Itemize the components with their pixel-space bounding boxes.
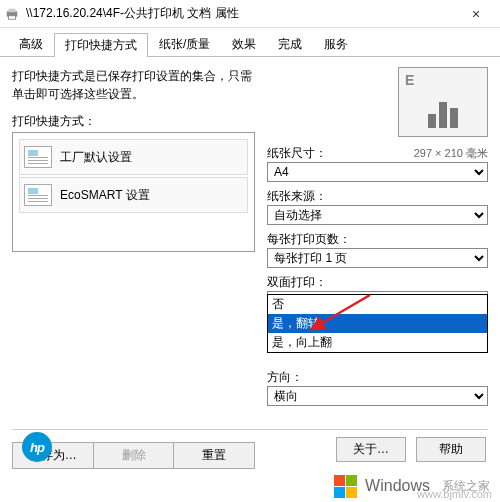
- paper-source-label: 纸张来源：: [267, 188, 488, 205]
- orientation-label: 方向：: [267, 369, 488, 386]
- tab-content: 打印快捷方式是已保存打印设置的集合，只需单击即可选择这些设置。 打印快捷方式： …: [0, 57, 500, 469]
- duplex-option-flip-up[interactable]: 是，向上翻: [268, 333, 487, 352]
- tab-paper-quality[interactable]: 纸张/质量: [148, 32, 221, 56]
- tab-bar: 高级 打印快捷方式 纸张/质量 效果 完成 服务: [0, 28, 500, 57]
- title-bar: \\172.16.20.24\4F-公共打印机 文档 属性 ×: [0, 0, 500, 28]
- windows-logo-icon: [334, 475, 357, 498]
- page-thumb-icon: [24, 146, 52, 168]
- shortcut-list-label: 打印快捷方式：: [12, 113, 255, 130]
- shortcut-item-ecosmart[interactable]: EcoSMART 设置: [19, 177, 248, 213]
- shortcut-item-factory[interactable]: 工厂默认设置: [19, 139, 248, 175]
- shortcut-label: 工厂默认设置: [60, 149, 132, 166]
- duplex-field: 双面打印： 否 ▾ 否 是，翻转 是，向上翻: [267, 274, 488, 311]
- about-button[interactable]: 关于…: [336, 437, 406, 462]
- tab-finishing[interactable]: 完成: [267, 32, 313, 56]
- separator: [12, 429, 488, 430]
- svg-rect-1: [9, 8, 16, 12]
- help-button[interactable]: 帮助: [416, 437, 486, 462]
- duplex-option-no[interactable]: 否: [268, 295, 487, 314]
- paper-size-dim: 297 × 210 毫米: [414, 146, 488, 161]
- dialog-footer: 关于… 帮助: [0, 431, 500, 468]
- description-text: 打印快捷方式是已保存打印设置的集合，只需单击即可选择这些设置。: [12, 67, 255, 103]
- duplex-dropdown[interactable]: 否 是，翻转 是，向上翻: [267, 294, 488, 353]
- shortcut-label: EcoSMART 设置: [60, 187, 150, 204]
- shortcut-list[interactable]: 工厂默认设置 EcoSMART 设置: [12, 132, 255, 252]
- page-thumb-icon: [24, 184, 52, 206]
- paper-size-label: 纸张尺寸：: [267, 145, 327, 162]
- paper-size-select[interactable]: A4: [267, 162, 488, 182]
- close-button[interactable]: ×: [456, 0, 496, 28]
- preview-letter: E: [405, 72, 414, 88]
- pages-per-sheet-label: 每张打印页数：: [267, 231, 488, 248]
- page-preview: E: [398, 67, 488, 137]
- tab-services[interactable]: 服务: [313, 32, 359, 56]
- pages-per-sheet-select[interactable]: 每张打印 1 页: [267, 248, 488, 268]
- preview-bars-icon: [428, 102, 458, 128]
- paper-source-select[interactable]: 自动选择: [267, 205, 488, 225]
- tab-advanced[interactable]: 高级: [8, 32, 54, 56]
- orientation-select[interactable]: 横向: [267, 386, 488, 406]
- tab-effects[interactable]: 效果: [221, 32, 267, 56]
- watermark-url: www.bjmlv.com: [417, 488, 492, 500]
- svg-rect-2: [9, 15, 16, 19]
- duplex-option-flip[interactable]: 是，翻转: [268, 314, 487, 333]
- printer-icon: [4, 6, 20, 22]
- tab-shortcuts[interactable]: 打印快捷方式: [54, 33, 148, 57]
- window-title: \\172.16.20.24\4F-公共打印机 文档 属性: [26, 5, 456, 22]
- duplex-label: 双面打印：: [267, 274, 488, 291]
